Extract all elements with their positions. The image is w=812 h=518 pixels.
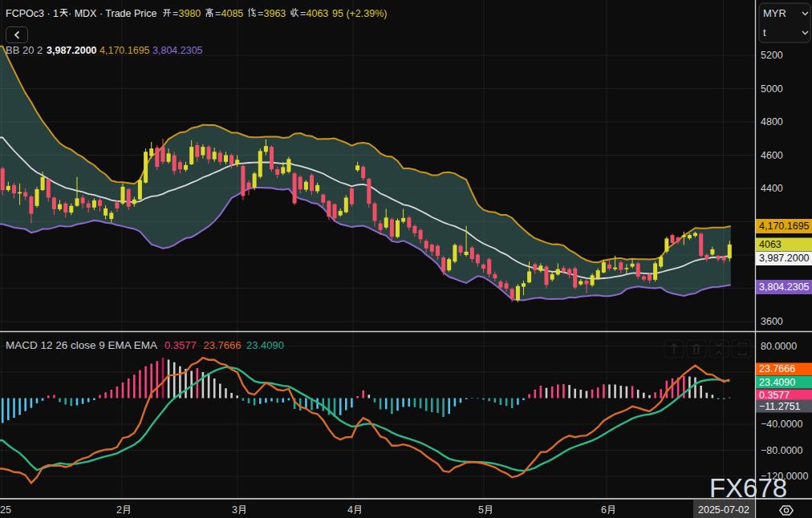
svg-text:0.3577: 0.3577 (759, 390, 790, 401)
svg-text:23.4090: 23.4090 (246, 339, 284, 351)
svg-text:2: 2 (116, 504, 122, 516)
svg-text:5: 5 (478, 504, 484, 516)
svg-text:4,170.1695: 4,170.1695 (99, 45, 150, 56)
svg-text:6: 6 (601, 504, 607, 516)
svg-text:3600: 3600 (761, 316, 783, 327)
svg-text:4085: 4085 (221, 8, 244, 19)
svg-text:=: = (215, 8, 221, 19)
svg-text:MACD 12 26 close 9 EMA EMA: MACD 12 26 close 9 EMA EMA (6, 339, 157, 351)
svg-text:=: = (258, 8, 263, 19)
svg-text:3: 3 (232, 504, 238, 516)
svg-text:80.0000: 80.0000 (761, 341, 797, 352)
svg-text:t: t (763, 26, 766, 38)
svg-text:MYR: MYR (763, 7, 786, 19)
svg-text:23.7666: 23.7666 (759, 363, 795, 374)
svg-text:4600: 4600 (761, 150, 783, 161)
svg-text:3980: 3980 (179, 8, 201, 19)
svg-text:3963: 3963 (264, 8, 286, 19)
svg-text:−11.2751: −11.2751 (759, 401, 801, 412)
svg-text:5200: 5200 (761, 50, 783, 61)
svg-text:4063: 4063 (307, 8, 329, 19)
svg-text:2025-07-02: 2025-07-02 (698, 504, 749, 516)
svg-text:2025: 2025 (0, 504, 11, 516)
svg-text:4800: 4800 (761, 116, 783, 127)
svg-text:−80.0000: −80.0000 (761, 445, 803, 456)
svg-text:=: = (173, 8, 178, 19)
svg-text:4: 4 (347, 504, 353, 516)
svg-text:3,987.2000: 3,987.2000 (47, 45, 97, 56)
svg-text:· MDX · Trade Price: · MDX · Trade Price (68, 8, 156, 19)
svg-text:0.3577: 0.3577 (164, 339, 197, 351)
svg-text:5000: 5000 (761, 83, 783, 95)
svg-text:4400: 4400 (761, 183, 783, 194)
svg-text:23.4090: 23.4090 (759, 377, 795, 388)
svg-text:3,987.2000: 3,987.2000 (759, 253, 810, 264)
svg-text:23.7666: 23.7666 (204, 339, 242, 351)
svg-text:BB 20 2: BB 20 2 (6, 44, 43, 56)
svg-text:4,170.1695: 4,170.1695 (759, 221, 810, 232)
svg-text:95 (+2.39%): 95 (+2.39%) (332, 8, 387, 19)
svg-text:−40.0000: −40.0000 (761, 419, 803, 430)
svg-text:FCPOc3 · 1: FCPOc3 · 1 (6, 8, 59, 19)
svg-text:4063: 4063 (759, 239, 782, 250)
svg-text:3,804.2305: 3,804.2305 (152, 45, 203, 56)
svg-text:=: = (300, 8, 306, 19)
svg-text:3,804.2305: 3,804.2305 (759, 281, 810, 293)
svg-text:FX678: FX678 (709, 473, 787, 503)
